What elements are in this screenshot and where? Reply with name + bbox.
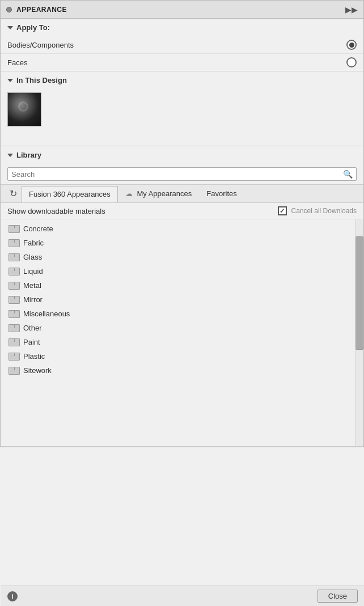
library-triangle: [7, 154, 13, 157]
in-design-grid: [1, 89, 363, 146]
forward-icon[interactable]: ▶▶: [345, 5, 358, 14]
panel-header: APPEARANCE ▶▶: [1, 1, 363, 19]
folder-fabric-label: Fabric: [23, 239, 44, 247]
in-this-design-section: In This Design: [1, 71, 363, 146]
folder-miscellaneous-label: Miscellaneous: [23, 310, 70, 318]
folder-mirror[interactable]: Mirror: [1, 293, 354, 307]
show-downloadable-label: Show downloadable materials: [7, 207, 273, 215]
tab-fusion360-label: Fusion 360 Appearances: [29, 190, 111, 198]
in-this-design-triangle: [7, 79, 13, 82]
close-button[interactable]: Close: [318, 590, 358, 603]
cloud-icon: ☁: [125, 189, 133, 198]
folder-sitework-label: Sitework: [23, 366, 52, 375]
library-section: Library 🔍 ↻ Fusion 360 Appearances ☁ My …: [1, 146, 363, 447]
folder-concrete-label: Concrete: [23, 224, 53, 233]
folder-fabric[interactable]: Fabric: [1, 236, 354, 250]
cancel-downloads-label[interactable]: Cancel all Downloads: [291, 207, 357, 215]
folder-icon-sitework: [9, 367, 19, 375]
folder-icon-mirror: [9, 296, 19, 304]
folder-icon-glass: [9, 253, 19, 261]
header-dot: [6, 7, 12, 12]
folder-icon-liquid: [9, 268, 19, 276]
tab-my-appearances-label: My Appearances: [137, 189, 192, 198]
bodies-components-radio[interactable]: [346, 40, 357, 50]
folder-icon-concrete: [9, 225, 19, 233]
folder-icon-other: [9, 324, 19, 332]
folder-icon-paint: [9, 338, 19, 346]
folder-glass-label: Glass: [23, 253, 42, 261]
folder-icon-metal: [9, 282, 19, 290]
footer: i Close: [1, 586, 364, 606]
folder-metal[interactable]: Metal: [1, 278, 354, 293]
bodies-components-label: Bodies/Components: [7, 41, 74, 49]
appearance-panel: APPEARANCE ▶▶ Apply To: Bodies/Component…: [0, 0, 364, 447]
folder-list-container: Concrete Fabric Glass Liquid: [1, 219, 363, 446]
apply-to-section: Apply To: Bodies/Components Faces: [1, 19, 363, 71]
material-thumbnail-steel[interactable]: [7, 92, 41, 126]
refresh-icon: ↻: [10, 188, 17, 199]
folder-list: Concrete Fabric Glass Liquid: [1, 219, 363, 380]
folder-other[interactable]: Other: [1, 321, 354, 335]
downloads-row: Show downloadable materials ✓ Cancel all…: [1, 203, 363, 219]
folder-liquid[interactable]: Liquid: [1, 264, 354, 278]
folder-plastic[interactable]: Plastic: [1, 349, 354, 363]
tab-my-appearances[interactable]: ☁ My Appearances: [118, 185, 199, 202]
folder-plastic-label: Plastic: [23, 352, 45, 361]
tab-favorites[interactable]: Favorites: [199, 185, 244, 202]
checkbox-check: ✓: [280, 207, 285, 215]
search-bar: 🔍: [7, 167, 357, 181]
apply-to-header[interactable]: Apply To:: [1, 19, 363, 36]
folder-glass[interactable]: Glass: [1, 250, 354, 264]
folder-icon-plastic: [9, 353, 19, 361]
folder-miscellaneous[interactable]: Miscellaneous: [1, 307, 354, 321]
tab-fusion360-appearances[interactable]: Fusion 360 Appearances: [22, 186, 118, 202]
library-header[interactable]: Library: [1, 146, 363, 164]
folder-list-inner: Concrete Fabric Glass Liquid: [1, 222, 363, 378]
folder-icon-fabric: [9, 239, 19, 247]
folder-icon-miscellaneous: [9, 310, 19, 318]
in-this-design-label: In This Design: [16, 76, 67, 84]
folder-mirror-label: Mirror: [23, 295, 43, 304]
show-downloadable-checkbox[interactable]: ✓: [278, 206, 287, 215]
bodies-components-row[interactable]: Bodies/Components: [1, 36, 363, 54]
search-button[interactable]: 🔍: [343, 169, 353, 179]
folder-metal-label: Metal: [23, 281, 41, 290]
tab-favorites-label: Favorites: [206, 189, 236, 198]
folder-other-label: Other: [23, 324, 42, 332]
refresh-button[interactable]: ↻: [5, 185, 22, 202]
in-this-design-header[interactable]: In This Design: [1, 71, 363, 89]
folder-paint-label: Paint: [23, 338, 40, 346]
library-label: Library: [16, 151, 41, 159]
panel-title: APPEARANCE: [16, 6, 67, 14]
folder-concrete[interactable]: Concrete: [1, 222, 354, 236]
faces-row[interactable]: Faces: [1, 54, 363, 71]
folder-paint[interactable]: Paint: [1, 335, 354, 349]
info-icon[interactable]: i: [7, 591, 18, 601]
apply-to-label: Apply To:: [16, 23, 50, 32]
scrollbar-track: [355, 219, 363, 446]
info-label: i: [11, 593, 13, 600]
tabs-row: ↻ Fusion 360 Appearances ☁ My Appearance…: [1, 184, 363, 203]
folder-sitework[interactable]: Sitework: [1, 363, 354, 378]
faces-label: Faces: [7, 58, 27, 67]
folder-liquid-label: Liquid: [23, 267, 43, 276]
scrollbar-thumb[interactable]: [355, 236, 363, 350]
panel-header-left: APPEARANCE: [6, 6, 67, 14]
search-input[interactable]: [11, 170, 343, 179]
apply-to-triangle: [7, 26, 13, 29]
faces-radio[interactable]: [346, 57, 357, 67]
